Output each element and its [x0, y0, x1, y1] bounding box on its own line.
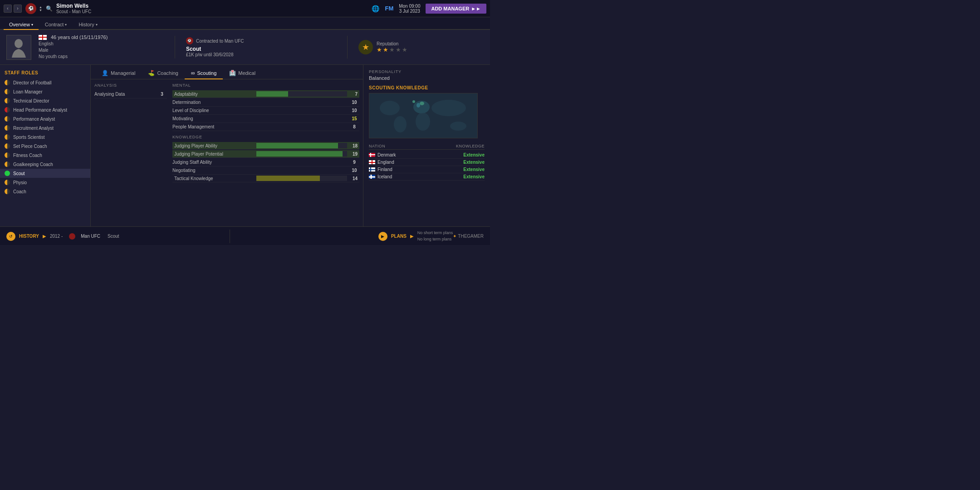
role-coach[interactable]: Coach [0, 187, 90, 196]
role-technical-director[interactable]: Technical Director [0, 96, 90, 105]
profile-gender: Male [39, 47, 164, 54]
iceland-knowledge: Extensive [463, 174, 485, 179]
history-role: Scout [108, 234, 119, 239]
star-5: ★ [402, 46, 407, 53]
role-label: Scout [13, 171, 25, 176]
history-title[interactable]: HISTORY [19, 234, 39, 239]
tab-contract[interactable]: Contract ▾ [39, 20, 73, 30]
determination-val: 10 [349, 99, 359, 105]
forward-button[interactable]: › [14, 5, 22, 13]
denmark-name: Denmark [377, 152, 463, 157]
jsa-name: Judging Staff Ability [172, 160, 349, 165]
club-badge-arrows[interactable]: ▲ ▼ [39, 5, 42, 12]
role-gk-coach[interactable]: Goalkeeping Coach [0, 160, 90, 169]
role-label: Director of Football [13, 80, 51, 85]
tab-overview[interactable]: Overview ▾ [4, 20, 39, 30]
attr-row-discipline: Level of Discipline 10 [172, 107, 359, 115]
plans-arrow: ▶ [410, 234, 414, 239]
svg-point-7 [416, 103, 420, 108]
profile-header: 46 years old (15/11/1976) English Male N… [0, 30, 490, 65]
role-director-football[interactable]: Director of Football [0, 78, 90, 87]
jpa-fill [256, 143, 338, 148]
role-dot-icon [5, 171, 10, 176]
bottom-bar: ↺ HISTORY ▶ 2012 - Man UFC Scout ▶ PLANS… [0, 226, 490, 245]
role-perf-analyst[interactable]: Performance Analyst [0, 114, 90, 123]
plans-section: ▶ PLANS ▶ No short term plans No long te… [239, 230, 453, 242]
adaptability-fill [256, 91, 288, 97]
role-dot-icon [5, 143, 10, 149]
plans-title[interactable]: PLANS [391, 234, 407, 239]
svg-point-2 [380, 101, 400, 115]
adaptability-val: 7 [349, 92, 358, 97]
svg-point-4 [416, 113, 430, 131]
svg-point-8 [420, 102, 424, 105]
role-label: Loan Manager [13, 89, 43, 94]
stats-section: MENTAL Adaptability 7 Determination 10 L… [172, 83, 359, 223]
plans-long-term: No long term plans [417, 236, 453, 243]
role-dot-icon [5, 162, 10, 167]
england-knowledge: Extensive [463, 160, 485, 165]
role-label: Technical Director [13, 98, 49, 103]
search-button[interactable]: 🔍 [46, 5, 53, 12]
tactical-val: 14 [349, 176, 358, 181]
profile-nationality: English [39, 41, 164, 47]
svg-point-6 [450, 122, 466, 131]
tab-managerial[interactable]: 👤 Managerial [95, 68, 142, 79]
denmark-flag-icon [369, 153, 375, 157]
reputation-icon: ★ [358, 40, 373, 54]
role-scout[interactable]: Scout [0, 169, 90, 178]
svg-point-5 [431, 100, 466, 116]
profile-info: 46 years old (15/11/1976) English Male N… [39, 34, 164, 60]
role-fitness-coach[interactable]: Fitness Coach [0, 151, 90, 160]
svg-point-3 [394, 116, 407, 132]
gear-icon: ✦ [453, 234, 456, 239]
attr-row-adaptability: Adaptability 7 [172, 90, 359, 98]
chevron-down-icon: ▾ [65, 23, 67, 27]
role-dot-icon [5, 80, 10, 85]
role-dot-icon [5, 134, 10, 140]
managerial-icon: 👤 [102, 70, 108, 76]
tab-scouting[interactable]: ∞ Scouting [185, 68, 223, 79]
avatar [6, 35, 31, 60]
main-content: STAFF ROLES Director of Football Loan Ma… [0, 65, 490, 226]
globe-icon[interactable]: 🌐 [372, 5, 379, 12]
star-1: ★ [377, 46, 382, 53]
role-sports-scientist[interactable]: Sports Scientist [0, 132, 90, 142]
nation-row-iceland: Iceland Extensive [369, 173, 485, 181]
role-label: Set Piece Coach [13, 144, 47, 149]
reputation-stars: ★ ★ ★ ★ ★ [377, 46, 407, 53]
analysing-data-name: Analysing Data [94, 92, 157, 97]
role-label: Recruitment Analyst [13, 126, 54, 131]
add-manager-button[interactable]: ADD MANAGER ►► [426, 4, 486, 14]
role-recruitment-analyst[interactable]: Recruitment Analyst [0, 123, 90, 132]
contract-section: ⚽ Contracted to Man UFC Scout £1K p/w un… [186, 37, 336, 57]
back-button[interactable]: ‹ [4, 5, 12, 13]
knowledge-label: KNOWLEDGE [172, 135, 359, 139]
contract-role: Scout [186, 46, 336, 52]
discipline-val: 10 [349, 108, 359, 113]
attributes-content: ANALYSIS Analysing Data 3 MENTAL Adaptab… [91, 79, 363, 226]
scouting-icon: ∞ [191, 70, 195, 76]
role-label: Coach [13, 189, 26, 194]
mental-label: MENTAL [172, 83, 359, 88]
negotiating-val: 10 [349, 167, 359, 173]
role-dot-icon [5, 98, 10, 103]
role-label: Physio [13, 180, 27, 185]
role-set-piece-coach[interactable]: Set Piece Coach [0, 142, 90, 151]
tab-medical[interactable]: 🏥 Medical [223, 68, 262, 79]
tactical-fill [256, 176, 320, 181]
role-label: Performance Analyst [13, 117, 55, 122]
finland-flag-icon [369, 167, 375, 172]
profile-age: 46 years old (15/11/1976) [51, 34, 108, 40]
role-head-perf-analyst[interactable]: Head Performance Analyst [0, 105, 90, 114]
tactical-name: Tactical Knowledge [174, 176, 256, 181]
role-physio[interactable]: Physio [0, 178, 90, 187]
world-map [369, 93, 478, 138]
role-dot-icon [5, 89, 10, 94]
person-sub: Scout - Man UFC [56, 9, 91, 14]
club-badge: ⚽ [25, 3, 36, 14]
jsa-val: 9 [349, 159, 359, 165]
role-loan-manager[interactable]: Loan Manager [0, 87, 90, 96]
tab-coaching[interactable]: ⛳ Coaching [142, 68, 184, 79]
tab-history[interactable]: History ▾ [73, 20, 103, 30]
